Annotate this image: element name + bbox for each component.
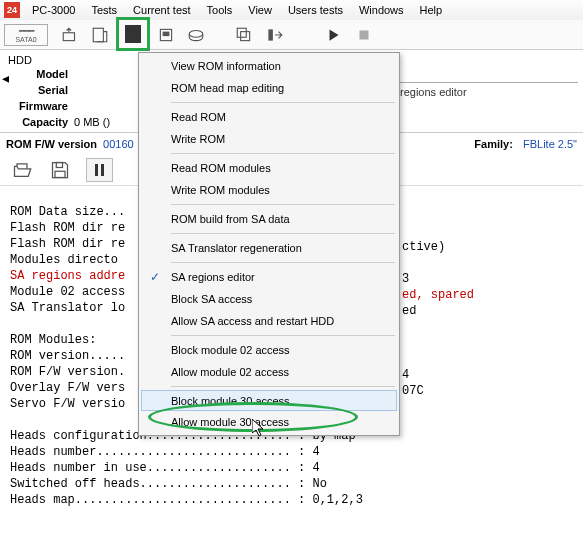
dd-rom-head-map[interactable]: ROM head map editing: [141, 77, 397, 99]
dd-separator: [171, 102, 395, 103]
chip-icon: [125, 25, 141, 43]
dd-separator: [171, 153, 395, 154]
menu-view[interactable]: View: [240, 2, 280, 18]
dd-allow-mod30[interactable]: Allow module 30 access: [141, 411, 397, 433]
log-line: ROM Data size...: [10, 205, 125, 219]
log-line: Flash ROM dir re: [10, 221, 125, 235]
check-icon: ✓: [147, 269, 163, 285]
menu-tools[interactable]: Tools: [199, 2, 241, 18]
dd-separator: [171, 262, 395, 263]
info-model-label: Model: [8, 68, 68, 80]
svg-rect-8: [360, 30, 369, 39]
log-line: Servo F/W versio: [10, 397, 125, 411]
regions-editor-fragment: regions editor: [400, 86, 467, 98]
log-line: Module 02 access: [10, 285, 125, 299]
dd-view-rom-info[interactable]: View ROM information: [141, 55, 397, 77]
toolbar: ━━━ SATA0: [0, 20, 583, 50]
app-icon: 24: [4, 2, 20, 18]
log-line-warning: SA regions addre: [10, 269, 125, 283]
menu-users-tests[interactable]: Users tests: [280, 2, 351, 18]
pause-button[interactable]: [86, 158, 113, 182]
toolbar-btn-7[interactable]: [260, 22, 288, 48]
rom-fw-label: ROM F/W version: [6, 138, 97, 150]
dd-block-mod30[interactable]: Block module 30 access: [141, 390, 397, 411]
info-capacity-label: Capacity: [8, 116, 68, 128]
save-icon[interactable]: [48, 158, 72, 182]
log-line: Overlay F/W vers: [10, 381, 125, 395]
info-serial-label: Serial: [8, 84, 68, 96]
log-fragment: 07C: [402, 383, 474, 399]
log-fragment: 3: [402, 271, 474, 287]
toolbar-btn-1[interactable]: [56, 22, 84, 48]
log-line: ROM Modules:: [10, 333, 96, 347]
menu-pc3000[interactable]: PC-3000: [24, 2, 83, 18]
log-fragment: ed: [402, 303, 474, 319]
log-line: Heads map.............................. …: [10, 493, 363, 507]
dd-separator: [171, 233, 395, 234]
menubar: 24 PC-3000 Tests Current test Tools View…: [0, 0, 583, 20]
info-capacity-value: 0 MB (): [74, 116, 110, 128]
dd-sa-translator-regen[interactable]: SA Translator regeneration: [141, 237, 397, 259]
log-line: Switched off heads..................... …: [10, 477, 327, 491]
rom-fw-version-link[interactable]: 00160: [103, 138, 134, 150]
dd-separator: [171, 204, 395, 205]
toolbar-btn-4[interactable]: [152, 22, 180, 48]
rom-dropdown-menu: View ROM information ROM head map editin…: [138, 52, 400, 436]
menu-windows[interactable]: Windows: [351, 2, 412, 18]
log-line: ROM version.....: [10, 349, 125, 363]
panel-divider: [400, 82, 578, 83]
dd-write-rom-modules[interactable]: Write ROM modules: [141, 179, 397, 201]
dd-allow-sa-restart[interactable]: Allow SA access and restart HDD: [141, 310, 397, 332]
svg-point-4: [189, 30, 203, 37]
svg-rect-1: [93, 28, 103, 42]
collapse-arrow[interactable]: ◂: [2, 70, 12, 80]
svg-rect-7: [268, 29, 273, 40]
dd-write-rom[interactable]: Write ROM: [141, 128, 397, 150]
svg-rect-0: [63, 32, 74, 40]
log-line: Flash ROM dir re: [10, 237, 125, 251]
family-value-link[interactable]: FBLite 2.5": [523, 138, 577, 150]
dd-allow-mod02[interactable]: Allow module 02 access: [141, 361, 397, 383]
log-fragments-right: ctive) 3 ed, spared ed 4 07C: [402, 223, 474, 399]
info-firmware-label: Firmware: [8, 100, 68, 112]
dd-read-rom-modules[interactable]: Read ROM modules: [141, 157, 397, 179]
log-line: SA Translator lo: [10, 301, 125, 315]
dd-rom-build-sa[interactable]: ROM build from SA data: [141, 208, 397, 230]
menu-help[interactable]: Help: [412, 2, 451, 18]
svg-rect-6: [241, 31, 250, 40]
svg-rect-9: [56, 162, 62, 167]
dd-separator: [171, 386, 395, 387]
toolbar-btn-5[interactable]: [182, 22, 210, 48]
svg-rect-5: [237, 28, 246, 37]
dd-block-sa-access[interactable]: Block SA access: [141, 288, 397, 310]
rom-chip-button[interactable]: [119, 21, 147, 47]
log-line: ROM F/W version.: [10, 365, 125, 379]
stop-button[interactable]: [350, 22, 378, 48]
log-line: Heads number in use.................... …: [10, 461, 320, 475]
toolbar-btn-6[interactable]: [230, 22, 258, 48]
dd-separator: [171, 335, 395, 336]
dd-read-rom[interactable]: Read ROM: [141, 106, 397, 128]
family-label: Family:: [474, 138, 513, 150]
play-button[interactable]: [320, 22, 348, 48]
open-icon[interactable]: [10, 158, 34, 182]
dd-sa-regions-editor[interactable]: ✓ SA regions editor: [141, 266, 397, 288]
svg-rect-10: [55, 171, 65, 177]
log-fragment: 4: [402, 367, 474, 383]
log-fragment: ctive): [402, 239, 474, 255]
sata-port-label: ━━━ SATA0: [4, 24, 48, 46]
log-fragment-warning: ed, spared: [402, 287, 474, 303]
log-line: Modules directo: [10, 253, 118, 267]
log-line: Heads number........................... …: [10, 445, 320, 459]
toolbar-btn-2[interactable]: [86, 22, 114, 48]
rom-chip-button-highlight: [116, 17, 150, 51]
dd-block-mod02[interactable]: Block module 02 access: [141, 339, 397, 361]
svg-rect-3: [163, 31, 170, 36]
